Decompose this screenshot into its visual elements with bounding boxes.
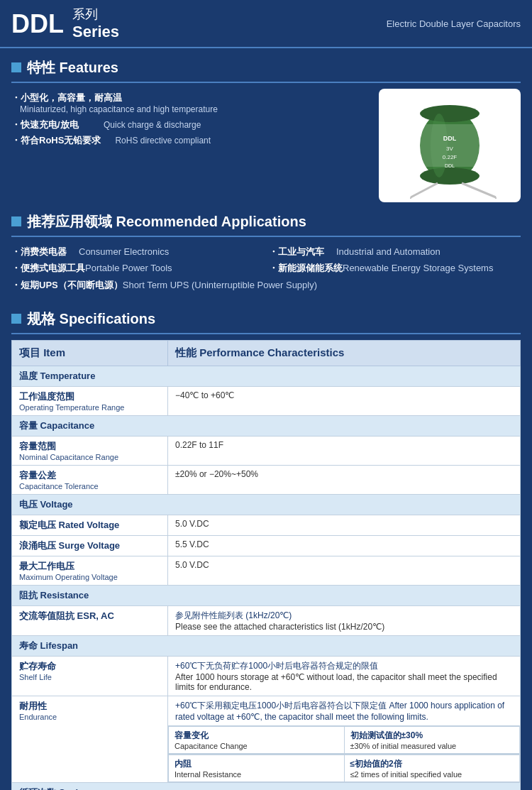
app-2-cn: ・工业与汽车 <box>269 246 336 258</box>
app-4-cn: ・新能源储能系统 <box>269 262 343 275</box>
category-label: 温度 Temperature <box>12 366 521 386</box>
applications-marker <box>11 216 21 226</box>
applications-divider <box>11 236 521 237</box>
svg-text:DDL: DDL <box>445 163 455 168</box>
item-value: 5.5 V.DC <box>168 535 521 556</box>
table-category-row: 循环次数 Cycles <box>12 782 521 790</box>
label-en: Operating Temperature Range <box>19 403 160 412</box>
item-label: 最大工作电压 Maximum Operating Voltage <box>12 556 168 585</box>
capacitor-svg: DDL 3V 0.22F DDL <box>382 92 517 199</box>
specifications-marker <box>11 314 21 324</box>
sub-row-cell: 容量变化 Capacitance Change 初始测试值的±30% ±30% … <box>168 725 521 754</box>
item-label: 额定电压 Rated Voltage <box>12 515 168 535</box>
label-cn: 容量范围 <box>19 440 160 453</box>
item-label: 浪涌电压 Surge Voltage <box>12 535 168 556</box>
label-en: Endurance <box>19 713 160 721</box>
table-header-row: 项目 Item 性能 Performance Characteristics <box>12 340 521 366</box>
item-value: 5.0 V.DC <box>168 515 521 535</box>
value-en: Please see the attached characteristics … <box>175 622 513 632</box>
col-header-item: 项目 Item <box>12 340 168 366</box>
specifications-divider <box>11 333 521 334</box>
table-category-row: 温度 Temperature <box>12 366 521 386</box>
features-title: 特性 Features <box>27 58 118 77</box>
table-row: 额定电压 Rated Voltage 5.0 V.DC <box>12 515 521 535</box>
table-row: 浪涌电压 Surge Voltage 5.5 V.DC <box>12 535 521 556</box>
nested-value: ≤初始值的2倍 ≤2 times of initial specified va… <box>344 755 520 781</box>
item-value: 0.22F to 11F <box>168 436 521 465</box>
features-marker <box>11 62 21 72</box>
features-content: ・小型化，高容量，耐高温 Miniaturized, high capacita… <box>0 89 532 202</box>
feature-3-en: RoHS directive compliant <box>106 136 211 146</box>
item-value: 参见附件性能列表 (1kHz/20℃)Please see the attach… <box>168 605 521 635</box>
svg-text:3V: 3V <box>446 146 453 152</box>
specifications-title: 规格 Specifications <box>27 309 155 329</box>
feature-3-cn: ・符合RoHS无铅要求 <box>11 134 101 147</box>
features-header: 特性 Features <box>0 54 532 80</box>
label-en: Shelf Life <box>19 673 160 681</box>
nested-table: 内阻 Internal Resistance ≤初始值的2倍 ≤2 times … <box>168 755 520 782</box>
app-item-renewable: ・新能源储能系统 Renewable Energy Storage System… <box>269 262 521 275</box>
capacitor-image: DDL 3V 0.22F DDL <box>379 89 521 202</box>
value-cn: 参见附件性能列表 (1kHz/20℃) <box>175 610 513 622</box>
col-header-performance: 性能 Performance Characteristics <box>168 340 521 366</box>
item-value: +60℃下无负荷贮存1000小时后电容器符合规定的限值After 1000 ho… <box>168 656 521 696</box>
series-en: Series <box>72 23 119 41</box>
app-item-ups: ・短期UPS（不间断电源） Short Term UPS (Uninterrup… <box>11 279 521 292</box>
app-2-en: Industrial and Automation <box>336 246 440 257</box>
label-cn: 工作温度范围 <box>19 390 160 403</box>
item-value: ±20% or −20%~+50% <box>168 465 521 494</box>
app-grid: ・消费类电器 Consumer Electronics ・工业与汽车 Indus… <box>11 246 521 277</box>
app-item-consumer: ・消费类电器 Consumer Electronics <box>11 246 263 258</box>
app-1-en: Consumer Electronics <box>79 246 169 257</box>
intro-value: +60℃下采用额定电压1000小时后电容器符合以下限定值 After 1000 … <box>168 696 521 725</box>
app-3-cn: ・便携式电源工具 <box>11 262 85 275</box>
label-en: Maximum Operating Voltage <box>19 573 160 581</box>
value-en: −40℃ to +60℃ <box>175 390 513 400</box>
feature-2-cn: ・快速充电/放电 <box>11 119 89 131</box>
nested-row: 容量变化 Capacitance Change 初始测试值的±30% ±30% … <box>169 726 520 753</box>
table-row: 容量公差 Capacitance Tolerance ±20% or −20%~… <box>12 465 521 494</box>
header: DDL 系列 Series Electric Double Layer Capa… <box>0 0 532 48</box>
feature-item-3: ・符合RoHS无铅要求 RoHS directive compliant <box>11 134 367 147</box>
nested-label: 容量变化 Capacitance Change <box>169 726 345 753</box>
feature-1-en: Miniaturized, high capacitance and high … <box>11 104 367 114</box>
brand-ddl: DDL <box>11 11 64 37</box>
app-item-portable: ・便携式电源工具 Portable Power Tools <box>11 262 263 275</box>
label-cn: 贮存寿命 <box>19 660 160 673</box>
sub-row-cell: 内阻 Internal Resistance ≤初始值的2倍 ≤2 times … <box>168 754 521 782</box>
feature-1-cn: ・小型化，高容量，耐高温 <box>11 92 367 104</box>
app-3-en: Portable Power Tools <box>85 263 172 273</box>
value-en: ±20% or −20%~+50% <box>175 469 513 479</box>
svg-point-2 <box>420 105 480 122</box>
item-label: 工作温度范围 Operating Temperature Range <box>12 386 168 415</box>
app-5-en: Short Term UPS (Uninterruptible Power Su… <box>123 280 317 290</box>
header-subtitle: Electric Double Layer Capacitors <box>387 18 521 29</box>
item-label: 耐用性 Endurance <box>12 696 168 782</box>
svg-point-3 <box>420 168 480 185</box>
item-label: 容量公差 Capacitance Tolerance <box>12 465 168 494</box>
label-cn: 容量公差 <box>19 469 160 482</box>
category-label: 阻抗 Resistance <box>12 585 521 605</box>
value-cn: +60℃下无负荷贮存1000小时后电容器符合规定的限值 <box>175 660 513 672</box>
series-cn: 系列 <box>72 7 119 23</box>
table-row: 容量范围 Nominal Capacitance Range 0.22F to … <box>12 436 521 465</box>
table-row: 交流等值阻抗 ESR, AC 参见附件性能列表 (1kHz/20℃)Please… <box>12 605 521 635</box>
svg-text:0.22F: 0.22F <box>443 154 458 160</box>
features-text: ・小型化，高容量，耐高温 Miniaturized, high capacita… <box>11 89 367 202</box>
applications-header: 推荐应用领域 Recommended Applications <box>0 208 532 234</box>
feature-item-1: ・小型化，高容量，耐高温 Miniaturized, high capacita… <box>11 92 367 114</box>
category-label: 寿命 Lifespan <box>12 635 521 656</box>
feature-item-2: ・快速充电/放电 Quick charge & discharge <box>11 119 367 131</box>
label-cn: 额定电压 Rated Voltage <box>19 519 160 532</box>
app-item-industrial: ・工业与汽车 Industrial and Automation <box>269 246 521 258</box>
applications-content: ・消费类电器 Consumer Electronics ・工业与汽车 Indus… <box>0 243 532 300</box>
label-cn: 最大工作电压 <box>19 560 160 573</box>
nested-label: 内阻 Internal Resistance <box>169 755 345 781</box>
value-en: 5.0 V.DC <box>175 560 513 570</box>
specs-table: 项目 Item 性能 Performance Characteristics 温… <box>11 340 521 790</box>
app-1-cn: ・消费类电器 <box>11 246 79 258</box>
svg-text:DDL: DDL <box>443 135 457 142</box>
table-row: 耐用性 Endurance +60℃下采用额定电压1000小时后电容器符合以下限… <box>12 696 521 725</box>
nested-value: 初始测试值的±30% ±30% of initial measured valu… <box>344 726 520 753</box>
table-row: 最大工作电压 Maximum Operating Voltage 5.0 V.D… <box>12 556 521 585</box>
